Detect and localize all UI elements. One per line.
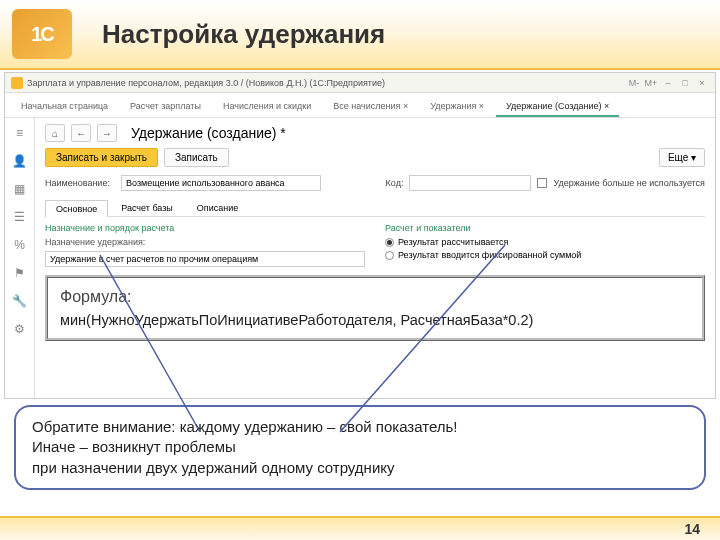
form-title: Удержание (создание) * [131, 125, 286, 141]
radio-fixed[interactable] [385, 251, 394, 260]
main-tabs: Начальная страница Расчет зарплаты Начис… [5, 93, 715, 118]
sub-tabs: Основное Расчет базы Описание [45, 199, 705, 217]
code-label: Код: [386, 178, 404, 188]
subtab-base[interactable]: Расчет базы [110, 199, 184, 216]
subtab-main[interactable]: Основное [45, 200, 108, 217]
rail-gear-icon[interactable]: ⚙ [14, 322, 25, 336]
titlebar: Зарплата и управление персоналом, редакц… [5, 73, 715, 93]
min-button[interactable]: М- [627, 78, 641, 88]
app-icon [11, 77, 23, 89]
rail-wrench-icon[interactable]: 🔧 [12, 294, 27, 308]
save-close-button[interactable]: Записать и закрыть [45, 148, 158, 167]
back-button[interactable]: ← [71, 124, 91, 142]
code-input[interactable] [409, 175, 531, 191]
tab-deductions[interactable]: Удержания × [420, 97, 494, 117]
note-line-1: Обратите внимание: каждому удержанию – с… [32, 417, 688, 437]
formula-label: Формула: [60, 288, 690, 306]
tab-all-accruals[interactable]: Все начисления × [323, 97, 418, 117]
note-line-3: при назначении двух удержаний одному сот… [32, 458, 688, 478]
footer: 14 [0, 516, 720, 540]
rail-grid-icon[interactable]: ▦ [14, 182, 25, 196]
formula-box: Формула: мин(НужноУдержатьПоИнициативеРа… [45, 275, 705, 341]
tab-payroll[interactable]: Расчет зарплаты [120, 97, 211, 117]
radio-fixed-label: Результат вводится фиксированной суммой [398, 250, 581, 260]
rail-flag-icon[interactable]: ⚑ [14, 266, 25, 280]
left-rail: ≡ 👤 ▦ ☰ % ⚑ 🔧 ⚙ [5, 118, 35, 398]
home-button[interactable]: ⌂ [45, 124, 65, 142]
rail-user-icon[interactable]: 👤 [12, 154, 27, 168]
window-title: Зарплата и управление персоналом, редакц… [27, 78, 623, 88]
calc-head: Расчет и показатели [385, 223, 705, 233]
app-window: Зарплата и управление персоналом, редакц… [4, 72, 716, 399]
formula-text: мин(НужноУдержатьПоИнициативеРаботодател… [60, 312, 690, 328]
slide-title: Настройка удержания [102, 19, 385, 50]
logo-1c: 1C [12, 9, 72, 59]
rail-percent-icon[interactable]: % [14, 238, 25, 252]
note-box: Обратите внимание: каждому удержанию – с… [14, 405, 706, 490]
purpose-label: Назначение удержания: [45, 237, 365, 247]
minimize-icon[interactable]: – [661, 78, 675, 88]
close-icon[interactable]: × [695, 78, 709, 88]
subtab-desc[interactable]: Описание [186, 199, 249, 216]
tab-start[interactable]: Начальная страница [11, 97, 118, 117]
slide-header: 1C Настройка удержания [0, 0, 720, 70]
restore-icon[interactable]: □ [678, 78, 692, 88]
tab-accruals[interactable]: Начисления и скидки [213, 97, 321, 117]
tab-deduction-create[interactable]: Удержание (Создание) × [496, 97, 619, 117]
rail-list-icon[interactable]: ≡ [16, 126, 23, 140]
window-controls: М- М+ – □ × [627, 78, 709, 88]
more-button[interactable]: Еще ▾ [659, 148, 705, 167]
max-button[interactable]: М+ [644, 78, 658, 88]
page-number: 14 [684, 521, 700, 537]
unused-checkbox[interactable] [537, 178, 547, 188]
unused-label: Удержание больше не используется [553, 178, 705, 188]
purpose-select[interactable] [45, 251, 365, 267]
save-button[interactable]: Записать [164, 148, 229, 167]
name-input[interactable] [121, 175, 321, 191]
radio-calculated[interactable] [385, 238, 394, 247]
purpose-head: Назначение и порядок расчета [45, 223, 365, 233]
note-line-2: Иначе – возникнут проблемы [32, 437, 688, 457]
forward-button[interactable]: → [97, 124, 117, 142]
rail-lines-icon[interactable]: ☰ [14, 210, 25, 224]
name-label: Наименование: [45, 178, 115, 188]
radio-calc-label: Результат рассчитывается [398, 237, 508, 247]
